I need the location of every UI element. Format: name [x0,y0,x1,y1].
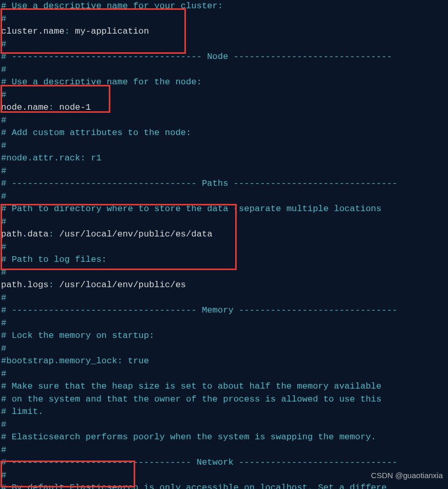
comment-text: # Elasticsearch performs poorly when the… [1,432,376,442]
comment-text: # on the system and that the owner of th… [1,394,382,404]
config-line: # [0,89,448,102]
separator: : [49,102,59,112]
config-line: path.data: /usr/local/env/public/es/data [0,228,448,241]
config-line: path.logs: /usr/local/env/public/es [0,279,448,292]
config-line: #node.attr.rack: r1 [0,152,448,165]
config-line: # limit. [0,406,448,419]
config-line: # Path to log files: [0,254,448,266]
comment-text: # ------------------------------------ N… [1,52,392,62]
config-line: # Add custom attributes to the node: [0,127,448,140]
watermark-text: CSDN @guaotianxia [371,469,443,482]
comment-text: # Lock the memory on startup: [1,331,154,340]
comment-text: # [1,14,6,24]
config-line: # ----------------------------------- Me… [0,304,448,317]
comment-text: #bootstrap.memory_lock: true [1,356,149,366]
comment-text: # By default Elasticsearch is only acces… [1,483,387,489]
config-key: cluster.name [1,26,64,36]
comment-text: # [1,90,6,100]
config-line: # [0,317,448,330]
config-line: # Lock the memory on startup: [0,330,448,343]
config-line: #bootstrap.memory_lock: true [0,355,448,368]
comment-text: # [1,369,6,379]
config-line: # [0,13,448,26]
comment-text: # Use a descriptive name for the node: [1,77,202,87]
config-line: # [0,38,448,51]
comment-text: # [1,39,6,49]
comment-text: # [1,318,6,328]
comment-text: # Make sure that the heap size is set to… [1,381,382,391]
config-line: # [0,216,448,229]
comment-text: # [1,141,6,151]
config-key: path.logs [1,280,49,290]
config-key: node.name [1,102,49,112]
comment-text: # Add custom attributes to the node: [1,128,191,138]
config-line: # [0,190,448,203]
comment-text: # Path to directory where to store the d… [1,204,387,214]
comment-text: # [1,217,6,227]
config-line: # ----------------------------------- Pa… [0,177,448,190]
comment-text: # [1,445,6,455]
comment-text: # Use a descriptive name for your cluste… [1,1,223,11]
config-line: cluster.name: my-application [0,25,448,38]
config-line: # Use a descriptive name for your cluste… [0,0,448,13]
config-line: # By default Elasticsearch is only acces… [0,482,448,489]
config-value: /usr/local/env/public/es [59,280,186,290]
config-line: # [0,444,448,457]
config-line: # [0,419,448,432]
config-editor: # Use a descriptive name for your cluste… [0,0,448,489]
comment-text: # Path to log files: [1,255,107,264]
comment-text: # ----------------------------------- Me… [1,305,397,315]
config-line: # on the system and that the owner of th… [0,393,448,406]
separator: : [49,280,59,290]
comment-text: # limit. [1,407,44,417]
config-line: # [0,343,448,355]
config-line: # [0,64,448,77]
config-line: # [0,368,448,381]
comment-text: # [1,293,6,303]
comment-text: # [1,268,6,277]
comment-text: # [1,470,6,480]
config-line: # [0,292,448,305]
config-line: # Path to directory where to store the d… [0,203,448,216]
comment-text: # [1,242,6,252]
config-line: # ------------------------------------ N… [0,51,448,64]
config-line: # Use a descriptive name for the node: [0,76,448,89]
separator: : [49,229,59,239]
config-value: my-application [75,26,149,36]
comment-text: # [1,166,6,176]
config-line: # Elasticsearch performs poorly when the… [0,431,448,444]
config-line: # [0,241,448,254]
config-line: # ---------------------------------- Net… [0,456,448,469]
config-line: # Make sure that the heap size is set to… [0,380,448,393]
config-line: # [0,114,448,127]
comment-text: # [1,420,6,429]
config-line: # [0,165,448,178]
comment-text: # [1,191,6,201]
config-line: node.name: node-1 [0,101,448,114]
separator: : [64,26,75,36]
config-value: /usr/local/env/public/es/data [59,229,212,239]
comment-text: # [1,115,6,125]
comment-text: # ----------------------------------- Pa… [1,179,397,188]
config-value: node-1 [59,102,91,112]
comment-text: #node.attr.rack: r1 [1,153,102,163]
config-key: path.data [1,229,49,239]
comment-text: # [1,344,6,353]
config-line: # [0,266,448,279]
comment-text: # [1,65,6,75]
comment-text: # ---------------------------------- Net… [1,457,397,467]
config-line: # [0,140,448,153]
